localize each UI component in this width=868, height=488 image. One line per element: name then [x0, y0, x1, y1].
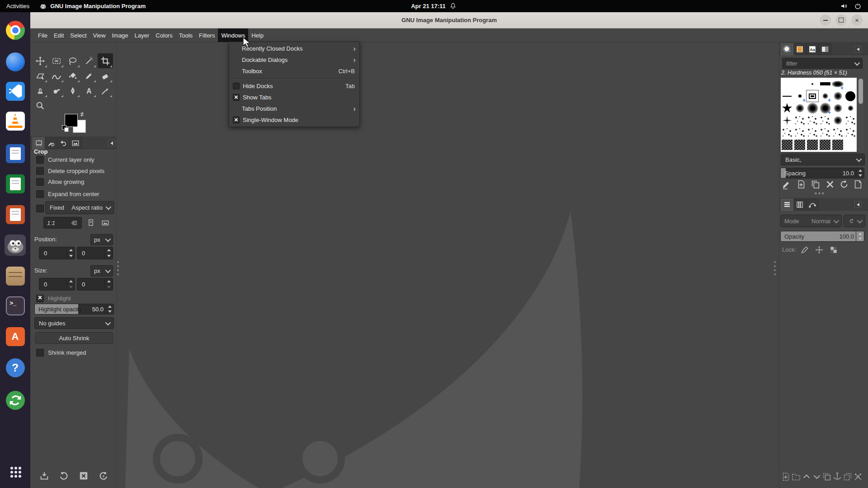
- brush-grid-scrollbar[interactable]: [858, 78, 864, 152]
- brush-thumbnail[interactable]: [793, 114, 806, 127]
- warp-tool-button[interactable]: [49, 68, 64, 83]
- tab-gradients[interactable]: [819, 43, 831, 55]
- spacing-slider[interactable]: Spacing 10.0: [780, 168, 864, 178]
- brush-thumbnail[interactable]: [806, 102, 819, 114]
- minimize-button[interactable]: [820, 14, 831, 26]
- power-system-menu-icon[interactable]: [854, 2, 862, 10]
- layer-mode-dropdown[interactable]: Mode Normal: [780, 215, 842, 227]
- brush-thumbnail[interactable]: [844, 102, 857, 114]
- brush-thumbnail[interactable]: [844, 114, 857, 127]
- menu-layer[interactable]: Layer: [132, 28, 153, 42]
- brush-thumbnail[interactable]: [793, 78, 806, 90]
- brush-thumbnail[interactable]: [793, 127, 806, 139]
- brush-thumbnail[interactable]: [844, 127, 857, 139]
- size-height-input[interactable]: 0: [77, 278, 113, 291]
- checkbox-icon[interactable]: [36, 349, 44, 357]
- brush-thumbnail[interactable]: [793, 102, 806, 114]
- checkbox-icon[interactable]: [36, 205, 44, 212]
- layer-mode-options-button[interactable]: [844, 215, 865, 227]
- brush-thumbnail[interactable]: [806, 139, 819, 151]
- size-unit-dropdown[interactable]: px: [90, 265, 113, 277]
- menu-tools[interactable]: Tools: [176, 28, 196, 42]
- launcher-app-lo-impress[interactable]: [5, 204, 26, 225]
- portrait-orientation-icon[interactable]: [86, 218, 95, 227]
- checkbox-current-layer-only[interactable]: Current layer only: [36, 155, 94, 164]
- rectangle-select-tool-button[interactable]: [49, 53, 64, 68]
- brush-thumbnail[interactable]: [831, 139, 844, 151]
- brush-thumbnail[interactable]: [806, 127, 819, 139]
- checkbox-icon[interactable]: [36, 167, 44, 175]
- left-dock-resize-handle[interactable]: [117, 260, 119, 276]
- tab-images[interactable]: [69, 137, 82, 149]
- position-x-input[interactable]: 0: [39, 247, 75, 259]
- delete-layer-button[interactable]: [853, 472, 863, 482]
- checkbox-delete-cropped-pixels[interactable]: Delete cropped pixels: [36, 166, 104, 175]
- spin-buttons[interactable]: [104, 247, 113, 259]
- brush-thumbnail[interactable]: [844, 90, 857, 102]
- brush-thumbnail[interactable]: [781, 78, 793, 90]
- spin-buttons[interactable]: [66, 278, 75, 290]
- position-unit-dropdown[interactable]: px: [90, 234, 113, 245]
- brush-thumbnail[interactable]: [819, 90, 831, 102]
- brush-thumbnail[interactable]: [781, 127, 793, 139]
- launcher-app-blue-sphere[interactable]: [5, 51, 26, 72]
- panel-menu-icon[interactable]: [108, 140, 115, 146]
- brush-thumbnail[interactable]: [831, 102, 844, 114]
- lock-pixels-icon[interactable]: [800, 245, 809, 254]
- spin-buttons[interactable]: [856, 168, 864, 178]
- checkbox-icon[interactable]: [36, 156, 44, 164]
- launcher-app-gimp[interactable]: [5, 235, 26, 256]
- size-width-input[interactable]: 0: [39, 278, 75, 291]
- tab-fonts[interactable]: Aa: [806, 43, 819, 55]
- crop-tool-button[interactable]: [98, 53, 113, 68]
- menu-item-dockable-dialogs[interactable]: Dockable Dialogs›: [229, 54, 359, 66]
- smudge-tool-button[interactable]: [49, 83, 64, 98]
- fixed-aspect-dropdown[interactable]: Fixed Aspect ratio: [45, 201, 114, 214]
- window-titlebar[interactable]: GNU Image Manipulation Program ×: [30, 12, 868, 28]
- menu-file[interactable]: File: [35, 28, 51, 42]
- restore-tool-preset-button[interactable]: [59, 471, 69, 481]
- clone-tool-button[interactable]: [33, 83, 48, 98]
- spin-buttons[interactable]: [104, 278, 113, 290]
- launcher-app-ubuntu-software[interactable]: [5, 326, 26, 347]
- tab-paths[interactable]: [806, 199, 819, 211]
- tab-device-status[interactable]: [45, 137, 57, 149]
- launcher-app-lo-calc[interactable]: [5, 173, 26, 194]
- checkbox-shrink-merged[interactable]: Shrink merged: [36, 348, 86, 357]
- lock-alpha-icon[interactable]: [829, 245, 838, 254]
- brush-thumbnail[interactable]: [781, 139, 793, 151]
- zoom-tool-button[interactable]: [33, 98, 48, 113]
- reset-tool-options-button[interactable]: [99, 471, 108, 481]
- dock-resize-grip[interactable]: •••: [815, 190, 826, 197]
- text-tool-button[interactable]: A: [81, 83, 97, 98]
- menu-item-show-tabs[interactable]: Show Tabs: [229, 92, 359, 103]
- brush-thumbnail[interactable]: [781, 114, 793, 127]
- brush-thumbnail[interactable]: [806, 114, 819, 127]
- launcher-app-app-grid[interactable]: [5, 461, 26, 482]
- volume-icon[interactable]: [840, 2, 848, 10]
- foreground-color-swatch[interactable]: [65, 114, 78, 127]
- paintbrush-tool-button[interactable]: [81, 68, 97, 83]
- tab-channels[interactable]: [793, 199, 806, 211]
- menu-select[interactable]: Select: [67, 28, 90, 42]
- launcher-app-files[interactable]: [5, 265, 26, 286]
- landscape-orientation-icon[interactable]: [101, 218, 110, 227]
- menu-item-hide-docks[interactable]: Hide DocksTab: [229, 80, 359, 92]
- tab-tool-options[interactable]: [33, 137, 45, 149]
- brush-thumbnail[interactable]: [819, 127, 831, 139]
- launcher-app-terminal[interactable]: [5, 295, 26, 316]
- brush-thumbnail[interactable]: [844, 139, 857, 151]
- brush-thumbnail[interactable]: [819, 78, 831, 90]
- raise-layer-button[interactable]: [802, 472, 811, 482]
- menu-item-single-window-mode[interactable]: Single-Window Mode: [229, 114, 359, 126]
- menu-item-toolbox[interactable]: ToolboxCtrl+B: [229, 66, 359, 77]
- launcher-app-chrome[interactable]: [5, 19, 26, 41]
- move-tool-button[interactable]: [33, 53, 48, 68]
- focused-app-menu[interactable]: GNU Image Manipulation Program: [39, 2, 146, 10]
- brush-thumbnail[interactable]: [781, 102, 793, 114]
- maximize-button[interactable]: [835, 14, 847, 26]
- menu-image[interactable]: Image: [108, 28, 131, 42]
- position-y-input[interactable]: 0: [77, 247, 113, 259]
- new-layer-group-button[interactable]: [791, 472, 801, 482]
- menu-colors[interactable]: Colors: [152, 28, 176, 42]
